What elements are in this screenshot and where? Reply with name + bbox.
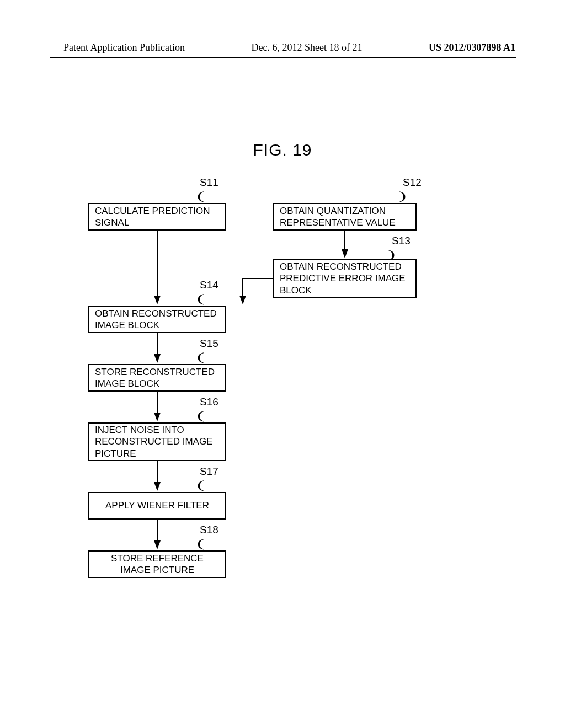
header-right: US 2012/0307898 A1 [429,42,515,53]
header-left: Patent Application Publication [63,42,185,53]
flowchart: S11 ( CALCULATE PREDICTION SIGNAL S12 ) … [83,176,436,662]
flow-arrows [83,176,436,662]
header-center: Dec. 6, 2012 Sheet 18 of 21 [251,42,362,53]
figure-title: FIG. 19 [0,141,565,159]
header-rule [50,57,516,58]
page: Patent Application Publication Dec. 6, 2… [0,0,565,728]
page-header: Patent Application Publication Dec. 6, 2… [63,42,515,53]
